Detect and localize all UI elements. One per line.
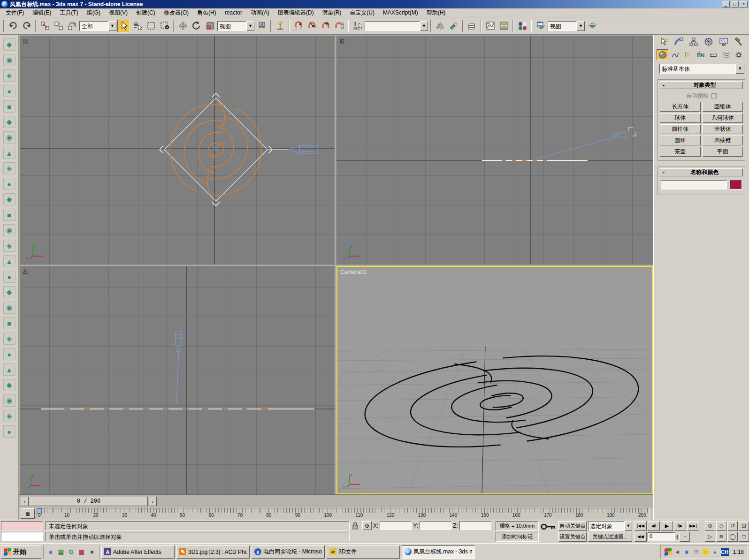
taskbar-task-folder[interactable]: ▰ 3D文件 xyxy=(327,545,400,559)
render-setup-icon[interactable] xyxy=(534,20,547,32)
time-slider-handle[interactable]: 0 / 200 xyxy=(30,497,148,506)
rectangular-selection-region-icon[interactable] xyxy=(145,20,157,32)
document-quicklaunch-icon[interactable]: ▤ xyxy=(57,548,65,556)
key-mode-dropdown[interactable]: 选定对象 ▼ xyxy=(588,521,632,531)
select-and-manipulate-icon[interactable] xyxy=(274,20,286,32)
more-toolbars-icon[interactable]: » xyxy=(88,548,96,556)
ie-quicklaunch-icon[interactable]: e xyxy=(46,548,55,556)
menu-item[interactable]: 图表编辑器(D) xyxy=(274,8,318,17)
left-toolbar-icon[interactable]: ■ xyxy=(3,209,15,221)
key-filters-button[interactable]: 关键点过滤器... xyxy=(588,532,632,542)
left-toolbar-icon[interactable]: ◆ xyxy=(3,379,15,391)
chevron-down-icon[interactable]: ▼ xyxy=(625,521,632,531)
z-field[interactable] xyxy=(459,521,491,530)
viewport-front-label[interactable]: 前 xyxy=(339,38,345,45)
auto-key-button[interactable]: 自动关键点 xyxy=(558,521,587,531)
left-toolbar-icon[interactable]: ◈ xyxy=(3,410,15,422)
left-toolbar-icon[interactable]: ■ xyxy=(3,317,15,329)
absolute-mode-icon[interactable]: ⊕ xyxy=(362,521,372,530)
redo-icon[interactable] xyxy=(20,20,33,32)
name-color-rollout-header[interactable]: - 名称和颜色 xyxy=(660,168,743,176)
select-object-icon[interactable] xyxy=(117,20,130,32)
object-name-field[interactable] xyxy=(661,180,727,189)
x-field[interactable] xyxy=(380,521,412,530)
zoom-icon[interactable]: ⊕ xyxy=(705,521,715,531)
chevron-down-icon[interactable]: ▼ xyxy=(420,21,428,31)
taskbar-task-3dsmax[interactable]: 凤凰台标线.max - 3ds m... xyxy=(402,545,475,559)
left-toolbar-icon[interactable]: ● xyxy=(3,348,15,360)
bind-to-spacewarp-icon[interactable] xyxy=(66,20,78,32)
angle-snap-icon[interactable] xyxy=(306,20,318,32)
taskbar-task-aftereffects[interactable]: A Adobe After Effects xyxy=(101,545,175,559)
menu-item[interactable]: 编辑(E) xyxy=(29,8,55,17)
menu-item[interactable]: 动画(A) xyxy=(247,8,273,17)
add-time-tag[interactable]: 添加时间标记 xyxy=(496,532,539,542)
cameras-icon[interactable] xyxy=(695,49,706,60)
time-slider-prev-icon[interactable]: ‹ xyxy=(21,497,29,506)
undo-icon[interactable] xyxy=(7,20,19,32)
menu-item[interactable]: 组(G) xyxy=(83,8,104,17)
align-icon[interactable] xyxy=(447,20,460,32)
viewport-top[interactable]: 顶 xyxy=(20,36,335,265)
volume-icon[interactable]: ◀ xyxy=(674,548,681,555)
viewport-left-label[interactable]: 左 xyxy=(23,268,28,276)
viewport-top-label[interactable]: 顶 xyxy=(23,38,28,45)
left-toolbar-icon[interactable]: ▲ xyxy=(3,147,15,159)
select-and-link-icon[interactable] xyxy=(38,20,51,32)
go-to-start-icon[interactable]: |◀◀ xyxy=(634,521,647,531)
close-button[interactable]: × xyxy=(740,1,748,8)
display-tab-icon[interactable] xyxy=(717,36,731,47)
left-toolbar-icon[interactable]: ◈ xyxy=(3,333,15,345)
helpers-icon[interactable] xyxy=(707,49,719,60)
curve-editor-icon[interactable] xyxy=(484,20,497,32)
left-toolbar-icon[interactable]: ◆ xyxy=(3,116,15,128)
mini-curve-editor-button[interactable]: ▦ xyxy=(21,508,35,519)
left-toolbar-icon[interactable]: ◉ xyxy=(3,131,15,144)
object-type-button[interactable]: 圆锥体 xyxy=(703,102,743,112)
named-selection-sets-icon[interactable]: {}ABC xyxy=(351,20,364,32)
menu-item[interactable]: 渲染(R) xyxy=(319,8,345,17)
create-tab-icon[interactable] xyxy=(657,36,671,47)
viewport-left[interactable]: 左 y z xyxy=(20,266,335,494)
minimize-button[interactable]: _ xyxy=(722,1,730,8)
object-type-button[interactable]: 平面 xyxy=(703,147,743,157)
schematic-view-icon[interactable] xyxy=(497,20,510,32)
menu-item[interactable]: reactor xyxy=(221,9,246,16)
use-pivot-center-icon[interactable] xyxy=(255,20,268,32)
viewport-camera-label[interactable]: Camera01 xyxy=(340,269,367,275)
taskbar-task-ie[interactable]: e 电白同乡论坛 - Microsof... xyxy=(252,545,325,559)
object-type-button[interactable]: 茶壶 xyxy=(660,147,701,157)
menu-item[interactable]: 创建(C) xyxy=(132,8,159,17)
key-agent-icon[interactable]: ○ xyxy=(702,548,709,555)
utilities-tab-icon[interactable] xyxy=(732,36,746,47)
play-icon[interactable]: ▶ xyxy=(661,521,673,531)
named-sets-dropdown[interactable]: ▼ xyxy=(365,21,428,31)
menu-item[interactable]: 帮助(H) xyxy=(423,8,450,17)
key-mode-toggle-icon[interactable]: ◀◀ xyxy=(634,532,647,542)
menu-item[interactable]: MAXScript(M) xyxy=(379,9,422,16)
object-type-button[interactable]: 圆柱体 xyxy=(660,124,701,134)
track-bar-strip[interactable]: 0102030405060708090100110120130140150160… xyxy=(37,508,650,519)
maxscript-mini-listener[interactable] xyxy=(1,532,43,541)
object-type-button[interactable]: 管状体 xyxy=(703,124,743,134)
menu-item[interactable]: 视图(V) xyxy=(105,8,131,17)
select-and-scale-icon[interactable] xyxy=(204,20,216,32)
left-toolbar-icon[interactable]: ◆ xyxy=(3,38,15,51)
time-slider-next-icon[interactable]: › xyxy=(149,497,157,506)
time-configuration-icon[interactable]: ◔ xyxy=(680,532,690,542)
maxscript-mini-recorder[interactable] xyxy=(1,521,43,530)
network-computers-icon[interactable]: ⊟ xyxy=(693,548,700,555)
viewport-front[interactable]: 前 x z xyxy=(336,36,653,265)
geometry-icon[interactable] xyxy=(657,49,668,60)
language-indicator[interactable]: CH xyxy=(721,548,729,556)
hierarchy-tab-icon[interactable] xyxy=(687,36,701,47)
reference-coordinate-dropdown[interactable]: 视图 ▼ xyxy=(217,21,254,31)
chevron-down-icon[interactable]: ▼ xyxy=(577,21,585,31)
left-toolbar-icon[interactable]: ● xyxy=(3,178,15,190)
left-toolbar-icon[interactable]: ● xyxy=(3,85,15,97)
shapes-icon[interactable] xyxy=(669,49,681,60)
left-toolbar-icon[interactable]: ◆ xyxy=(3,193,15,205)
menu-item[interactable]: 文件(F) xyxy=(2,8,28,17)
left-toolbar-icon[interactable]: ◉ xyxy=(3,54,15,66)
select-and-move-icon[interactable] xyxy=(176,20,189,32)
